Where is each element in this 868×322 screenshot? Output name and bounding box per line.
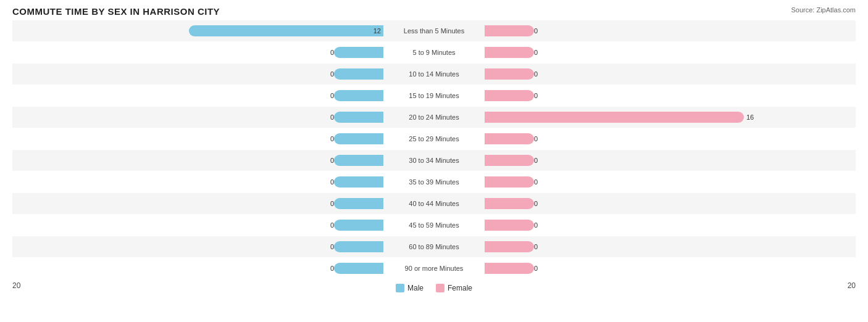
- female-zero: 0: [534, 243, 538, 250]
- row-label: 30 to 34 Minutes: [385, 157, 483, 164]
- left-section: 0: [12, 64, 385, 85]
- male-bar-wrapper: 12: [12, 20, 383, 41]
- right-section: 0: [483, 64, 856, 85]
- row-label: 60 to 89 Minutes: [385, 243, 483, 250]
- female-bar: [485, 90, 534, 101]
- right-section: 0: [483, 20, 856, 41]
- female-bar: [485, 112, 744, 123]
- female-zero: 0: [534, 49, 538, 56]
- chart-container: COMMUTE TIME BY SEX IN HARRISON CITY Sou…: [0, 0, 868, 322]
- male-bar: [334, 133, 383, 144]
- male-bar: [334, 198, 383, 209]
- right-section: 0: [483, 150, 856, 171]
- right-section: 0: [483, 42, 856, 63]
- left-section: 0: [12, 107, 385, 128]
- male-bar-wrapper: 0: [12, 150, 383, 171]
- legend-female: Female: [436, 284, 472, 292]
- female-bar: [485, 133, 534, 144]
- row-label: 20 to 24 Minutes: [385, 114, 483, 121]
- female-bar-wrapper: 0: [485, 128, 856, 149]
- left-section: 12: [12, 20, 385, 41]
- female-bar-wrapper: 0: [485, 258, 856, 279]
- right-section: 0: [483, 236, 856, 257]
- male-bar: [334, 176, 383, 188]
- male-bar-wrapper: 0: [12, 64, 383, 85]
- chart-title: COMMUTE TIME BY SEX IN HARRISON CITY: [12, 6, 856, 17]
- left-section: 0: [12, 193, 385, 214]
- female-zero: 0: [534, 70, 538, 78]
- male-bar-wrapper: 0: [12, 42, 383, 63]
- female-bar: [485, 241, 534, 252]
- male-bar-wrapper: 0: [12, 107, 383, 128]
- female-bar: [485, 25, 534, 36]
- female-zero: 0: [534, 27, 538, 35]
- male-bar: [334, 241, 383, 252]
- legend-male-label: Male: [407, 284, 424, 292]
- bar-row: 0 20 to 24 Minutes 16: [12, 107, 856, 128]
- row-label: Less than 5 Minutes: [385, 27, 483, 35]
- right-section: 16: [483, 107, 856, 128]
- male-bar-wrapper: 0: [12, 236, 383, 257]
- row-label: 35 to 39 Minutes: [385, 178, 483, 186]
- male-bar-wrapper: 0: [12, 215, 383, 236]
- legend-female-label: Female: [448, 284, 472, 292]
- bar-row: 0 10 to 14 Minutes 0: [12, 64, 856, 85]
- row-label: 15 to 19 Minutes: [385, 92, 483, 99]
- female-bar: [485, 155, 534, 166]
- row-label: 90 or more Minutes: [385, 265, 483, 272]
- row-label: 40 to 44 Minutes: [385, 200, 483, 207]
- left-section: 0: [12, 215, 385, 236]
- bar-row: 0 40 to 44 Minutes 0: [12, 193, 856, 214]
- female-zero: 0: [534, 92, 538, 99]
- female-bar-wrapper: 0: [485, 193, 856, 214]
- male-bar-wrapper: 0: [12, 171, 383, 192]
- right-section: 0: [483, 171, 856, 192]
- legend-female-box: [436, 284, 444, 292]
- bar-row: 0 25 to 29 Minutes 0: [12, 128, 856, 149]
- female-bar-wrapper: 0: [485, 20, 856, 41]
- legend-male: Male: [396, 284, 424, 292]
- female-zero: 0: [534, 178, 538, 186]
- female-bar: [485, 263, 534, 274]
- bar-row: 12 Less than 5 Minutes 0: [12, 20, 856, 41]
- male-bar: [334, 90, 383, 101]
- right-section: 0: [483, 128, 856, 149]
- female-zero: 0: [534, 135, 538, 142]
- axis-left-label: 20: [12, 281, 20, 292]
- axis-bottom: 20 Male Female 20: [12, 281, 856, 292]
- female-bar-label: 16: [746, 114, 754, 121]
- female-zero: 0: [534, 200, 538, 207]
- male-bar-wrapper: 0: [12, 258, 383, 279]
- male-bar-wrapper: 0: [12, 128, 383, 149]
- male-bar-wrapper: 0: [12, 85, 383, 106]
- left-section: 0: [12, 128, 385, 149]
- row-label: 45 to 59 Minutes: [385, 221, 483, 229]
- bar-row: 0 90 or more Minutes 0: [12, 258, 856, 279]
- female-bar-wrapper: 16: [485, 107, 856, 128]
- left-section: 0: [12, 150, 385, 171]
- female-bar-wrapper: 0: [485, 171, 856, 192]
- female-zero: 0: [534, 221, 538, 229]
- female-bar: [485, 176, 534, 188]
- chart-area: 12 Less than 5 Minutes 0 0 5 to 9 Minute…: [12, 20, 856, 279]
- right-section: 0: [483, 215, 856, 236]
- bar-row: 0 35 to 39 Minutes 0: [12, 171, 856, 192]
- male-bar-label: 12: [373, 27, 381, 35]
- female-bar: [485, 198, 534, 209]
- female-bar: [485, 47, 534, 58]
- male-bar: [334, 220, 383, 231]
- bar-row: 0 5 to 9 Minutes 0: [12, 42, 856, 63]
- source-text: Source: ZipAtlas.com: [791, 6, 856, 14]
- row-label: 5 to 9 Minutes: [385, 49, 483, 56]
- female-zero: 0: [534, 265, 538, 272]
- bar-row: 0 15 to 19 Minutes 0: [12, 85, 856, 106]
- female-bar-wrapper: 0: [485, 64, 856, 85]
- left-section: 0: [12, 171, 385, 192]
- female-bar: [485, 220, 534, 231]
- male-bar: [334, 47, 383, 58]
- male-bar: [334, 155, 383, 166]
- bar-row: 0 45 to 59 Minutes 0: [12, 215, 856, 236]
- male-bar: 12: [189, 25, 383, 36]
- male-bar: [334, 112, 383, 123]
- female-bar-wrapper: 0: [485, 150, 856, 171]
